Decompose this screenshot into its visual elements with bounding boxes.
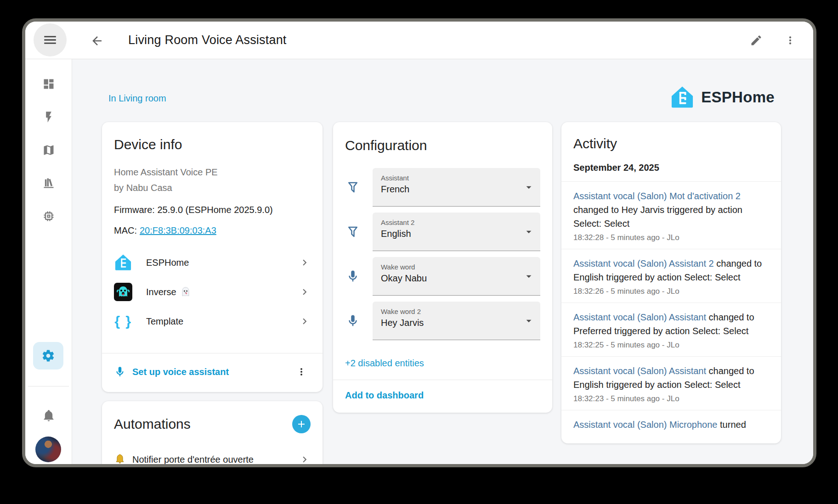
wake-word-select[interactable]: Wake word Okay Nabu <box>373 257 540 296</box>
caret-down-icon <box>523 315 535 327</box>
sidebar-item-settings[interactable] <box>33 342 63 370</box>
add-automation-button[interactable] <box>292 415 311 433</box>
device-row-template[interactable]: { } Template <box>102 307 323 336</box>
sidebar-item-energy[interactable] <box>25 104 72 130</box>
device-row-label: ESPHome <box>146 258 189 268</box>
filter-icon <box>345 225 361 239</box>
entry-timestamp: 18:32:26 - 5 minutes ago - JLo <box>573 287 769 296</box>
activity-title: Activity <box>561 122 781 151</box>
user-avatar[interactable] <box>35 437 61 462</box>
device-model: Home Assistant Voice PE <box>114 164 311 180</box>
automations-title: Automations <box>114 416 191 432</box>
sidebar-item-map[interactable] <box>25 137 72 163</box>
activity-entry: Assistant vocal (Salon) Microphone turne… <box>561 410 781 438</box>
sidebar-item-notifications[interactable] <box>25 403 72 428</box>
microphone-icon <box>114 366 126 378</box>
device-row-label: Inverse <box>146 286 191 297</box>
config-row-wake-word: Wake word Okay Nabu <box>345 257 540 296</box>
select-value: French <box>381 184 518 195</box>
device-firmware: Firmware: 25.9.0 (ESPHome 2025.9.0) <box>102 205 323 215</box>
area-link[interactable]: In Living room <box>108 93 166 104</box>
bookshelf-icon <box>42 177 55 190</box>
app-window: Living Room Voice Assistant <box>22 18 816 467</box>
ghost-emoji-icon <box>180 286 191 297</box>
device-info-title: Device info <box>102 122 323 152</box>
select-value: English <box>381 229 518 239</box>
inverse-ghost-icon <box>114 283 132 301</box>
automation-label: Notifier porte d'entrée ouverte <box>132 454 254 465</box>
select-label: Wake word 2 <box>381 308 518 315</box>
chevron-right-icon <box>299 257 311 269</box>
page-title: Living Room Voice Assistant <box>128 22 287 59</box>
device-row-label: Template <box>146 316 183 327</box>
assistant-2-select[interactable]: Assistant 2 English <box>373 213 540 251</box>
bell-emoji-icon <box>114 454 126 464</box>
entry-timestamp: 18:32:23 - 5 minutes ago - JLo <box>573 394 769 403</box>
select-label: Assistant 2 <box>381 218 518 226</box>
activity-entry: Assistant vocal (Salon) Mot d'activation… <box>561 181 781 249</box>
sidebar-item-dashboard[interactable] <box>25 71 72 97</box>
activity-entry: Assistant vocal (Salon) Assistant 2 chan… <box>561 249 781 302</box>
map-icon <box>42 144 55 157</box>
lightning-bolt-icon <box>42 111 55 123</box>
entity-link[interactable]: Assistant vocal (Salon) Assistant 2 <box>573 258 714 269</box>
back-button[interactable] <box>88 32 106 50</box>
chevron-right-icon <box>299 286 311 298</box>
sidebar-item-esphome[interactable] <box>25 203 72 229</box>
wake-word-2-select[interactable]: Wake word 2 Hey Jarvis <box>373 302 540 340</box>
sidebar-menu-button[interactable] <box>34 23 67 56</box>
config-row-assistant-2: Assistant 2 English <box>345 213 540 251</box>
mac-label: MAC: <box>114 225 137 235</box>
config-row-wake-word-2: Wake word 2 Hey Jarvis <box>345 302 540 340</box>
plus-icon <box>296 419 307 430</box>
entity-link[interactable]: Assistant vocal (Salon) Assistant <box>573 366 706 376</box>
main-content: In Living room ESPHome <box>72 59 813 464</box>
device-footer-menu-button[interactable] <box>292 363 311 381</box>
assistant-select[interactable]: Assistant French <box>373 168 540 207</box>
gear-icon <box>41 349 55 363</box>
pencil-icon <box>750 34 763 47</box>
configuration-card: Configuration Assistant French <box>333 122 552 413</box>
filter-icon <box>345 180 361 194</box>
device-manufacturer: by Nabu Casa <box>114 180 311 196</box>
sidebar-divider <box>28 386 69 386</box>
top-bar: Living Room Voice Assistant <box>25 22 813 59</box>
automation-row[interactable]: Notifier porte d'entrée ouverte <box>102 447 323 464</box>
device-info-card: Device info Home Assistant Voice PE by N… <box>102 122 323 392</box>
microphone-icon <box>345 314 361 328</box>
hamburger-icon <box>42 32 58 48</box>
setup-voice-assistant-button[interactable]: Set up voice assistant <box>132 367 229 377</box>
brand-name: ESPHome <box>701 89 775 106</box>
esphome-brand: ESPHome <box>670 85 775 110</box>
device-row-esphome[interactable]: ESPHome <box>102 248 323 277</box>
activity-date: September 24, 2025 <box>561 151 781 181</box>
chevron-right-icon <box>299 454 311 464</box>
curly-braces-icon: { } <box>114 312 132 330</box>
chevron-right-icon <box>299 315 311 327</box>
device-integration-rows: ESPHome <box>102 248 323 336</box>
sidebar <box>25 59 72 464</box>
entity-link[interactable]: Assistant vocal (Salon) Microphone <box>573 420 717 430</box>
configuration-title: Configuration <box>333 122 552 153</box>
entity-link[interactable]: Assistant vocal (Salon) Assistant <box>573 312 706 322</box>
select-label: Assistant <box>381 174 518 182</box>
select-value: Okay Nabu <box>381 273 518 284</box>
entity-link[interactable]: Assistant vocal (Salon) Mot d'activation… <box>573 191 741 201</box>
more-menu-button[interactable] <box>781 31 799 50</box>
activity-entry: Assistant vocal (Salon) Assistant change… <box>561 302 781 356</box>
add-to-dashboard-button[interactable]: Add to dashboard <box>333 380 552 413</box>
automations-card: Automations Notifier porte d'entrée ouve… <box>102 401 323 464</box>
device-row-inverse[interactable]: Inverse <box>102 277 323 307</box>
edit-button[interactable] <box>747 31 765 50</box>
caret-down-icon <box>523 226 535 238</box>
entry-timestamp: 18:32:28 - 5 minutes ago - JLo <box>573 233 769 242</box>
esphome-logo-icon <box>670 85 695 110</box>
chip-icon <box>42 210 55 223</box>
arrow-left-icon <box>90 34 104 48</box>
mac-address-link[interactable]: 20:F8:3B:09:03:A3 <box>140 225 216 235</box>
sidebar-item-logbook[interactable] <box>25 170 72 196</box>
bell-icon <box>42 409 55 422</box>
activity-card: Activity September 24, 2025 Assistant vo… <box>561 122 781 443</box>
disabled-entities-link[interactable]: +2 disabled entities <box>333 346 552 369</box>
entry-timestamp: 18:32:25 - 5 minutes ago - JLo <box>573 341 769 350</box>
